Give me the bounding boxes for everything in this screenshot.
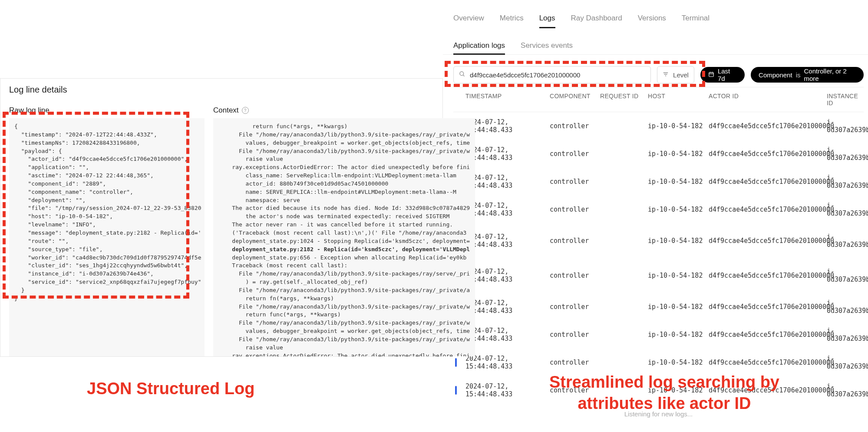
- cell-host: ip-10-0-54-182: [648, 237, 707, 245]
- cell-instance-id: i-0d307a2639b74e436: [827, 268, 868, 283]
- cell-host: ip-10-0-54-182: [648, 150, 707, 158]
- svg-rect-5: [709, 72, 714, 76]
- cell-component: controller: [550, 272, 598, 279]
- log-sub-tabs: Application logsServices events: [443, 28, 868, 55]
- cell-timestamp: 2024-07-12, 15:44:48.433: [465, 118, 548, 134]
- table-row[interactable]: 2024-07-12, 15:44:48.433controllerip-10-…: [453, 140, 864, 168]
- annotation-left: JSON Structured Log: [87, 378, 254, 399]
- table-row[interactable]: 2024-07-12, 15:44:48.433controllerip-10-…: [453, 321, 864, 349]
- cell-timestamp: 2024-07-12, 15:44:48.433: [465, 233, 548, 249]
- table-row[interactable]: 2024-07-12, 15:44:48.433controllerip-10-…: [453, 293, 864, 321]
- cell-component: controller: [550, 359, 598, 366]
- component-filter-pill[interactable]: Component is Controller, or 2 more: [751, 67, 864, 83]
- cell-actor-id: d4f9ccae4e5dcce5fc1706e201000000: [709, 303, 825, 311]
- cell-instance-id: i-0d307a2639b74e436: [827, 146, 868, 162]
- svg-point-0: [460, 72, 464, 76]
- table-row[interactable]: 2024-07-12, 15:44:48.433controllerip-10-…: [453, 258, 864, 293]
- column-header[interactable]: HOST: [648, 93, 707, 106]
- context-log-block[interactable]: return func(*args, **kwargs) File "/home…: [213, 118, 475, 356]
- cell-component: controller: [550, 303, 598, 311]
- cell-component: controller: [550, 331, 598, 339]
- cell-actor-id: d4f9ccae4e5dcce5fc1706e201000000: [709, 237, 825, 245]
- cell-host: ip-10-0-54-182: [648, 272, 707, 279]
- help-icon[interactable]: ?: [242, 107, 249, 114]
- cell-actor-id: d4f9ccae4e5dcce5fc1706e201000000: [709, 272, 825, 279]
- cell-instance-id: i-0d307a2639b74e436: [827, 174, 868, 189]
- main-nav-tabs: OverviewMetricsLogsRay DashboardVersions…: [443, 0, 868, 28]
- subtab-services-events[interactable]: Services events: [521, 41, 573, 55]
- cell-timestamp: 2024-07-12, 15:44:48.433: [465, 202, 548, 217]
- level-filter-button[interactable]: Level: [657, 66, 694, 83]
- cell-timestamp: 2024-07-12, 15:44:48.433: [465, 382, 548, 398]
- cell-instance-id: i-0d307a2639b74e436: [827, 382, 868, 398]
- cell-actor-id: d4f9ccae4e5dcce5fc1706e201000000: [709, 331, 825, 339]
- filter-icon: [663, 71, 669, 79]
- log-level-bar: [455, 358, 457, 367]
- cell-actor-id: d4f9ccae4e5dcce5fc1706e201000000: [709, 206, 825, 213]
- svg-line-1: [463, 75, 464, 76]
- cell-host: ip-10-0-54-182: [648, 122, 707, 130]
- raw-log-line-heading: Raw log line: [9, 106, 205, 115]
- table-row[interactable]: 2024-07-12, 15:44:48.433controllerip-10-…: [453, 112, 864, 140]
- cell-timestamp: 2024-07-12, 15:44:48.433: [465, 299, 548, 315]
- cell-actor-id: d4f9ccae4e5dcce5fc1706e201000000: [709, 122, 825, 130]
- log-level-bar: [455, 386, 457, 395]
- cell-instance-id: i-0d307a2639b74e436: [827, 355, 868, 370]
- subtab-application-logs[interactable]: Application logs: [453, 41, 505, 55]
- table-row[interactable]: 2024-07-12, 15:44:48.433controllerip-10-…: [453, 223, 864, 258]
- time-range-pill[interactable]: Last 7d: [700, 67, 745, 83]
- context-heading: Context ?: [213, 106, 475, 115]
- tab-logs[interactable]: Logs: [539, 14, 555, 28]
- cell-instance-id: i-0d307a2639b74e436: [827, 299, 868, 315]
- cell-actor-id: d4f9ccae4e5dcce5fc1706e201000000: [709, 359, 825, 366]
- cell-component: controller: [550, 237, 598, 245]
- table-row[interactable]: 2024-07-12, 15:44:48.433controllerip-10-…: [453, 168, 864, 196]
- cell-actor-id: d4f9ccae4e5dcce5fc1706e201000000: [709, 150, 825, 158]
- cell-host: ip-10-0-54-182: [648, 331, 707, 339]
- cell-component: controller: [550, 122, 598, 130]
- column-header[interactable]: ACTOR ID: [709, 93, 825, 106]
- tab-overview[interactable]: Overview: [453, 14, 484, 28]
- cell-instance-id: i-0d307a2639b74e436: [827, 202, 868, 217]
- log-details-panel: Log line details Raw log line { "timesta…: [0, 78, 443, 357]
- cell-timestamp: 2024-07-12, 15:44:48.433: [465, 355, 548, 370]
- cell-timestamp: 2024-07-12, 15:44:48.433: [465, 146, 548, 162]
- cell-component: controller: [550, 178, 598, 186]
- cell-instance-id: i-0d307a2639b74e436: [827, 118, 868, 134]
- cell-timestamp: 2024-07-12, 15:44:48.433: [465, 174, 548, 189]
- search-input[interactable]: d4f9ccae4e5dcce5fc1706e201000000: [453, 66, 651, 83]
- column-header[interactable]: TIMESTAMP: [465, 93, 548, 106]
- cell-host: ip-10-0-54-182: [648, 206, 707, 213]
- tab-ray-dashboard[interactable]: Ray Dashboard: [571, 14, 622, 28]
- tab-metrics[interactable]: Metrics: [500, 14, 524, 28]
- cell-timestamp: 2024-07-12, 15:44:48.433: [465, 327, 548, 342]
- column-header[interactable]: INSTANCE ID: [827, 93, 864, 106]
- cell-host: ip-10-0-54-182: [648, 178, 707, 186]
- table-row[interactable]: 2024-07-12, 15:44:48.433controllerip-10-…: [453, 196, 864, 223]
- annotation-right: Streamlined log searching by attributes …: [543, 372, 786, 415]
- cell-instance-id: i-0d307a2639b74e436: [827, 327, 868, 342]
- search-icon: [459, 71, 465, 79]
- tab-terminal[interactable]: Terminal: [682, 14, 710, 28]
- log-table-header: TIMESTAMPCOMPONENTREQUEST IDHOSTACTOR ID…: [453, 87, 864, 112]
- cell-actor-id: d4f9ccae4e5dcce5fc1706e201000000: [709, 178, 825, 186]
- cell-host: ip-10-0-54-182: [648, 359, 707, 366]
- column-header[interactable]: REQUEST ID: [600, 93, 646, 106]
- cell-component: controller: [550, 150, 598, 158]
- cell-timestamp: 2024-07-12, 15:44:48.433: [465, 268, 548, 283]
- tab-versions[interactable]: Versions: [638, 14, 666, 28]
- column-header[interactable]: COMPONENT: [550, 93, 598, 106]
- cell-host: ip-10-0-54-182: [648, 303, 707, 311]
- log-details-title: Log line details: [9, 85, 434, 95]
- raw-log-json-block[interactable]: { "timestamp": "2024-07-12T22:44:48.433Z…: [9, 118, 205, 356]
- cell-instance-id: i-0d307a2639b74e436: [827, 233, 868, 249]
- calendar-icon: [708, 71, 714, 79]
- cell-component: controller: [550, 206, 598, 213]
